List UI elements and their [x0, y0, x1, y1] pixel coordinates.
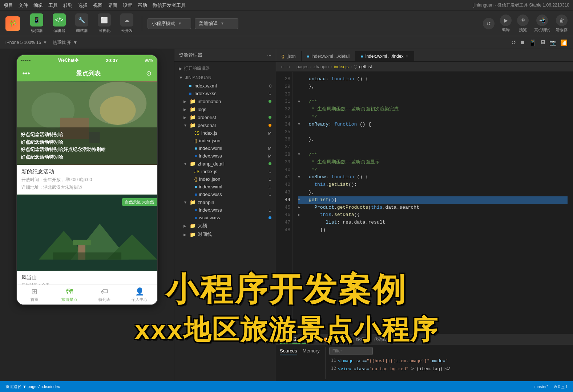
menu-settings[interactable]: 设置 [123, 2, 132, 9]
device-info[interactable]: iPhone 5 100% 15 ▼ [5, 40, 47, 45]
list-item-scenic-2[interactable]: 新的纪念活动 开放时间：全年开放，早9:00-晚6:00 详细地址：湖北武汉大朱… [17, 165, 157, 195]
clearcache-btn[interactable]: 🗑 清缓存 [556, 15, 568, 33]
file-item[interactable]: {} index.json U [174, 175, 276, 183]
folder-logs[interactable]: ▶ 📁 logs [174, 105, 276, 113]
menu-tool[interactable]: 工具 [48, 2, 58, 9]
folder-zhanp-detail[interactable]: ▼ 📁 zhanp_detail [174, 160, 276, 168]
tab-output[interactable]: 输出 [335, 335, 351, 344]
folder-icon: 📁 [190, 114, 196, 120]
tab-debugger[interactable]: 调试器 6 [280, 335, 308, 344]
file-item[interactable]: ■ index.wxss U [174, 90, 276, 97]
nav-back-icon[interactable]: ← [280, 64, 285, 70]
list-item-scenic-1[interactable]: 好点纪念活动特别哈 好点纪念活动特别哈 好点纪念活动特别哈好点纪念活动特别哈 好… [17, 81, 157, 165]
tab-profile[interactable]: 👤 个人中心 [122, 285, 157, 305]
file-item[interactable]: ■ index.wxss M [174, 152, 276, 160]
refresh-btn[interactable]: ↺ [483, 18, 495, 29]
menu-goto[interactable]: 转到 [63, 2, 73, 9]
refresh-secondary-icon[interactable]: ↺ [511, 39, 516, 46]
file-item[interactable]: ■ index.wxml U [174, 183, 276, 191]
code-line-47: list: res.data.result [298, 219, 568, 226]
nav-search-icon[interactable]: ⊙ [146, 69, 152, 77]
wxss-icon: ■ [194, 154, 197, 159]
screen-icon[interactable]: 🖥 [540, 39, 546, 46]
folder-order-list[interactable]: ▶ 📁 order-list [174, 113, 276, 121]
toolbar: 🎋 📱 模拟器 </> 编辑器 🔧 调试器 ⬜ 可视化 ☁ 云开发 小程序模式 … [0, 11, 573, 36]
folder-personal[interactable]: ▼ 📁 personal [174, 121, 276, 129]
menu-interface[interactable]: 界面 [108, 2, 117, 9]
menu-edit[interactable]: 编辑 [33, 2, 43, 9]
file-item[interactable]: ■ wcui.wxss [174, 214, 276, 221]
html-line-12: <view class="cu-tag bg-red" >{{item.tag}… [338, 366, 451, 373]
wifi-icon[interactable]: 📶 [560, 39, 568, 46]
editor-btn[interactable]: </> 编辑器 [50, 12, 69, 35]
nav-more-icon[interactable]: ••• [23, 69, 30, 78]
phone-outline-icon[interactable]: 📱 [529, 39, 536, 46]
page-title: 景点列表 [76, 69, 101, 78]
tab-json[interactable]: {} .json [276, 51, 302, 61]
menu-wechat[interactable]: 微信开发者工具 [153, 2, 186, 9]
code-line-36: }, [298, 136, 568, 143]
menu-select[interactable]: 选择 [78, 2, 88, 9]
explorer-more-icon[interactable]: ··· [267, 52, 271, 58]
realtest-btn[interactable]: 📲 真机调试 [534, 15, 550, 33]
nav-forward-icon[interactable]: → [286, 64, 291, 70]
list-item-scenic-3[interactable]: 自然景区 大自然 [17, 195, 157, 271]
realtest-icon: 📲 [536, 15, 548, 26]
menu-help[interactable]: 帮助 [138, 2, 147, 9]
camera-icon[interactable]: 📷 [549, 39, 557, 46]
tab-scenic[interactable]: 🗺 旅游景点 [52, 285, 87, 305]
compile-select[interactable]: 普通编译 ▼ [195, 18, 238, 29]
file-item[interactable]: {} index.json [174, 137, 276, 144]
visualize-btn[interactable]: ⬜ 可视化 [95, 12, 114, 35]
code-line-31: ▼ /** [298, 98, 568, 106]
menu-project[interactable]: 项目 [4, 2, 13, 9]
file-item[interactable]: ■ index.wxss U [174, 191, 276, 198]
list-item-scenic-4[interactable]: 凤当山 开放时间：全天 详细地址：位于湖北省十堰市丹江口市武当山旅游 [17, 271, 157, 285]
compile-btn[interactable]: ▶ 编译 [500, 15, 512, 33]
wxss-icon: ■ [189, 91, 191, 96]
file-item[interactable]: ■ index.wxss U [174, 206, 276, 214]
hot-reload-toggle[interactable]: 热重载 开 ▼ [53, 40, 77, 46]
folder-timeline[interactable]: ▶ 📁 时间线 [174, 230, 276, 239]
cloud-btn[interactable]: ☁ 云开发 [117, 12, 136, 35]
devtools-memory[interactable]: Memory [303, 347, 320, 355]
folder-dapin[interactable]: ▶ 📁 大频 [174, 221, 276, 230]
simulator-btn[interactable]: 📱 模拟器 [27, 12, 46, 35]
code-line-37 [298, 143, 568, 151]
devtools-sources[interactable]: Sources [280, 347, 297, 355]
file-item[interactable]: JS index.js M [174, 129, 276, 137]
mode-select[interactable]: 小程序模式 ▼ [148, 18, 191, 29]
folder-zhanpin[interactable]: ▼ 📁 zhanpin [174, 198, 276, 206]
file-item[interactable]: JS index.js U [174, 168, 276, 175]
menu-file[interactable]: 文件 [19, 2, 28, 9]
tab-terminal[interactable]: 终端 [352, 335, 368, 344]
folder-icon: 📁 [190, 98, 196, 104]
line-numbers: 28 29 30 31 32 33 34 35 36 37 38 39 40 4… [276, 72, 292, 334]
tab-special-icon: 🏷 [101, 287, 108, 296]
folder-information[interactable]: ▶ 📁 information [174, 97, 276, 105]
code-line-39: * 生命周期函数--监听页面显示 [298, 159, 568, 166]
wxss-icon: ■ [194, 192, 197, 197]
open-editors-section[interactable]: ▶ 打开的编辑器 [174, 64, 276, 73]
phone-tab-bar: ⊞ 首页 🗺 旅游景点 🏷 特列表 👤 个人中心 [17, 285, 157, 305]
filter-input[interactable] [329, 347, 373, 355]
dot-indicator [269, 116, 271, 119]
preview-btn[interactable]: 👁 预览 [517, 15, 529, 33]
tab-wxml-index[interactable]: ■ index.wxml .../index ✕ [355, 51, 414, 61]
code-editor: {} .json ■ index.wxml .../detail ■ index… [276, 49, 573, 381]
code-content[interactable]: onLoad: function () { }, ▼ /** [292, 72, 573, 334]
file-item[interactable]: ■ index.wxml 0 [174, 82, 276, 90]
file-item[interactable]: ■ index.wxml M [174, 144, 276, 152]
project-section[interactable]: ▼ JINIANGUAN [174, 73, 276, 82]
menu-view[interactable]: 视图 [93, 2, 102, 9]
tab-special[interactable]: 🏷 特列表 [87, 285, 122, 305]
editor-tabs: {} .json ■ index.wxml .../detail ■ index… [276, 49, 573, 62]
tab-home[interactable]: ⊞ 首页 [17, 285, 52, 305]
tab-wxml-detail[interactable]: ■ index.wxml .../detail [302, 51, 355, 61]
debugger-btn[interactable]: 🔧 调试器 [72, 12, 91, 35]
stop-icon[interactable]: ⏹ [520, 39, 525, 46]
tab-codequality[interactable]: 代码质量 [370, 335, 395, 344]
tab-close-icon[interactable]: ✕ [405, 54, 408, 58]
tab-problems[interactable]: 问题 1 [310, 335, 333, 344]
folder-icon: 📁 [190, 223, 196, 229]
